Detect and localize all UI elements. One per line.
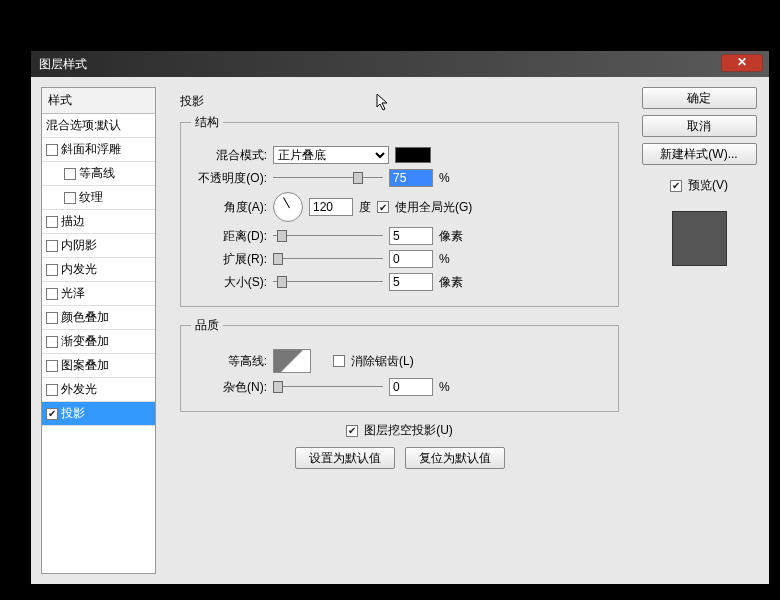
sidebar-item-label: 斜面和浮雕 (61, 141, 121, 158)
sidebar-item-label: 颜色叠加 (61, 309, 109, 326)
sidebar-item[interactable]: 外发光 (42, 378, 155, 402)
sidebar-item-label: 外发光 (61, 381, 97, 398)
panel-title: 投影 (180, 93, 619, 110)
distance-slider[interactable] (273, 229, 383, 243)
sidebar-checkbox[interactable] (64, 168, 76, 180)
sidebar-item-label: 光泽 (61, 285, 85, 302)
contour-picker[interactable] (273, 349, 311, 373)
settings-panel: 投影 结构 混合模式: 正片叠底 不透明度(O): % (166, 87, 629, 574)
size-label: 大小(S): (191, 274, 267, 291)
preview-swatch (672, 211, 727, 266)
sidebar-item-label: 内阴影 (61, 237, 97, 254)
sidebar-item-label: 纹理 (79, 189, 103, 206)
contour-label: 等高线: (191, 353, 267, 370)
close-icon[interactable]: ✕ (721, 54, 763, 72)
set-default-button[interactable]: 设置为默认值 (295, 447, 395, 469)
sidebar-checkbox[interactable] (46, 384, 58, 396)
noise-label: 杂色(N): (191, 379, 267, 396)
opacity-label: 不透明度(O): (191, 170, 267, 187)
sidebar-item[interactable]: 光泽 (42, 282, 155, 306)
sidebar-header: 样式 (42, 88, 155, 114)
size-input[interactable] (389, 273, 433, 291)
noise-input[interactable] (389, 378, 433, 396)
sidebar-item-label: 渐变叠加 (61, 333, 109, 350)
sidebar-checkbox[interactable] (64, 192, 76, 204)
sidebar-item-label: 内发光 (61, 261, 97, 278)
sidebar-item-label: 投影 (61, 405, 85, 422)
antialias-checkbox[interactable] (333, 355, 345, 367)
sidebar-item[interactable]: 等高线 (42, 162, 155, 186)
styles-sidebar: 样式 混合选项:默认 斜面和浮雕等高线纹理描边内阴影内发光光泽颜色叠加渐变叠加图… (41, 87, 156, 574)
knockout-label: 图层挖空投影(U) (364, 422, 453, 439)
noise-slider[interactable] (273, 380, 383, 394)
sidebar-checkbox[interactable] (46, 312, 58, 324)
sidebar-checkbox[interactable] (46, 264, 58, 276)
sidebar-item[interactable]: 图案叠加 (42, 354, 155, 378)
sidebar-item[interactable]: 颜色叠加 (42, 306, 155, 330)
sidebar-checkbox[interactable] (46, 288, 58, 300)
preview-label: 预览(V) (688, 177, 728, 194)
spread-input[interactable] (389, 250, 433, 268)
sidebar-checkbox[interactable] (46, 336, 58, 348)
sidebar-item[interactable]: 渐变叠加 (42, 330, 155, 354)
window-title: 图层样式 (39, 56, 87, 73)
sidebar-item[interactable]: 纹理 (42, 186, 155, 210)
sidebar-checkbox[interactable]: ✔ (46, 408, 58, 420)
antialias-label: 消除锯齿(L) (351, 353, 414, 370)
sidebar-blend-defaults[interactable]: 混合选项:默认 (42, 114, 155, 138)
structure-group: 结构 混合模式: 正片叠底 不透明度(O): % 角度(A): (180, 114, 619, 307)
ok-button[interactable]: 确定 (642, 87, 757, 109)
distance-input[interactable] (389, 227, 433, 245)
sidebar-item[interactable]: 斜面和浮雕 (42, 138, 155, 162)
knockout-checkbox[interactable]: ✔ (346, 425, 358, 437)
blend-mode-label: 混合模式: (191, 147, 267, 164)
quality-group: 品质 等高线: 消除锯齿(L) 杂色(N): % (180, 317, 619, 412)
reset-default-button[interactable]: 复位为默认值 (405, 447, 505, 469)
sidebar-item-label: 等高线 (79, 165, 115, 182)
sidebar-checkbox[interactable] (46, 240, 58, 252)
blend-mode-select[interactable]: 正片叠底 (273, 146, 389, 164)
sidebar-item[interactable]: ✔投影 (42, 402, 155, 426)
sidebar-checkbox[interactable] (46, 216, 58, 228)
sidebar-item[interactable]: 内发光 (42, 258, 155, 282)
titlebar[interactable]: 图层样式 ✕ (31, 51, 769, 77)
distance-label: 距离(D): (191, 228, 267, 245)
sidebar-item[interactable]: 描边 (42, 210, 155, 234)
sidebar-item-label: 描边 (61, 213, 85, 230)
opacity-slider[interactable] (273, 171, 383, 185)
angle-input[interactable] (309, 198, 353, 216)
layer-style-dialog: 图层样式 ✕ 样式 混合选项:默认 斜面和浮雕等高线纹理描边内阴影内发光光泽颜色… (30, 50, 770, 585)
spread-slider[interactable] (273, 252, 383, 266)
sidebar-item[interactable]: 内阴影 (42, 234, 155, 258)
angle-label: 角度(A): (191, 199, 267, 216)
opacity-input[interactable] (389, 169, 433, 187)
new-style-button[interactable]: 新建样式(W)... (642, 143, 757, 165)
size-slider[interactable] (273, 275, 383, 289)
shadow-color-swatch[interactable] (395, 147, 431, 163)
global-light-checkbox[interactable]: ✔ (377, 201, 389, 213)
sidebar-checkbox[interactable] (46, 144, 58, 156)
global-light-label: 使用全局光(G) (395, 199, 472, 216)
cancel-button[interactable]: 取消 (642, 115, 757, 137)
right-panel: 确定 取消 新建样式(W)... ✔ 预览(V) (639, 87, 759, 574)
angle-dial[interactable] (273, 192, 303, 222)
sidebar-item-label: 图案叠加 (61, 357, 109, 374)
spread-label: 扩展(R): (191, 251, 267, 268)
preview-checkbox[interactable]: ✔ (670, 180, 682, 192)
sidebar-checkbox[interactable] (46, 360, 58, 372)
